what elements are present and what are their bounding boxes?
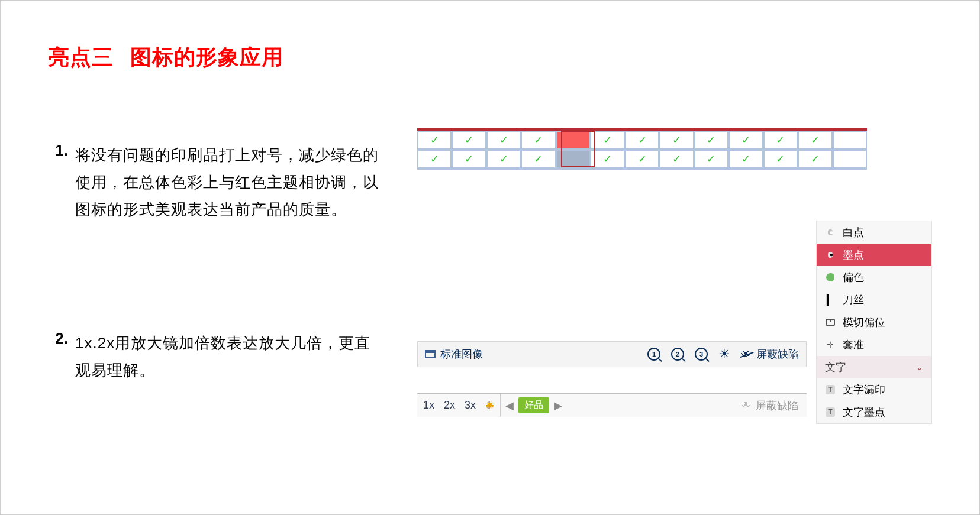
defect-label: 模切偏位 — [843, 315, 885, 329]
grid-cell[interactable]: ✓ — [453, 151, 485, 167]
zoom-2x-button[interactable]: 2 — [671, 348, 684, 361]
checkmark-icon: ✓ — [672, 154, 681, 164]
defect-group-text[interactable]: 文字⌄ — [817, 356, 931, 378]
checkmark-icon: ✓ — [465, 135, 473, 145]
list-text: 1x.2x用放大镜加倍数表达放大几倍，更直观易理解。 — [75, 329, 379, 384]
defect-item-diecut[interactable]: 模切偏位 — [817, 311, 931, 333]
zoom-3x-label[interactable]: 3x — [465, 399, 476, 412]
standard-image-label: 标准图像 — [440, 347, 483, 361]
zoom-2x-label[interactable]: 2x — [444, 399, 455, 412]
grid-cell[interactable]: ✓ — [660, 151, 692, 167]
bullet-list: 1. 将没有问题的印刷品打上对号，减少绿色的使用，在总体色彩上与红色主题相协调，… — [48, 141, 379, 490]
defect-item-dots-black[interactable]: 墨点 — [817, 244, 931, 266]
defect-sub-item[interactable]: T文字墨点 — [817, 401, 931, 423]
grid-cell[interactable]: ✓ — [418, 151, 450, 167]
title-part1: 亮点三 — [48, 45, 114, 69]
zoom-1x-label[interactable]: 1x — [423, 399, 434, 412]
image-toolbar: 标准图像 1 2 3 屏蔽缺陷 — [417, 341, 807, 367]
registration-icon — [824, 338, 837, 351]
good-product-tag[interactable]: 好品 — [518, 397, 549, 413]
legacy-toolbar: 1x 2x 3x ◀ 好品 ▶ 屏蔽缺陷 — [417, 393, 807, 417]
mask-defect-button[interactable]: 屏蔽缺陷 — [741, 347, 799, 361]
grid-cell[interactable] — [834, 151, 866, 167]
grid-cell[interactable]: ✓ — [695, 132, 727, 148]
grid-cell[interactable]: ✓ — [660, 132, 692, 148]
slide-title: 亮点三图标的形象应用 — [48, 43, 932, 72]
grid-cell[interactable]: ✓ — [626, 151, 658, 167]
zoom-1x-button[interactable]: 1 — [647, 348, 660, 361]
prev-arrow-icon[interactable]: ◀ — [501, 399, 518, 412]
defect-item-dots-white[interactable]: 白点 — [817, 221, 931, 244]
eye-slash-icon — [741, 348, 752, 361]
grid-cell[interactable]: ✓ — [522, 151, 554, 167]
grid-cell-error[interactable] — [557, 132, 589, 148]
defect-label: 套准 — [843, 338, 864, 352]
grid-cell[interactable]: ✓ — [488, 151, 520, 167]
checkmark-icon: ✓ — [742, 135, 750, 145]
checkmark-icon: ✓ — [499, 154, 508, 164]
slide: 亮点三图标的形象应用 1. 将没有问题的印刷品打上对号，减少绿色的使用，在总体色… — [0, 0, 980, 515]
window-icon — [425, 350, 436, 358]
defect-label: 偏色 — [843, 270, 864, 284]
grid-cell[interactable]: ✓ — [488, 132, 520, 148]
grid-cell[interactable]: ✓ — [799, 151, 831, 167]
checkmark-icon: ✓ — [430, 154, 439, 164]
defect-item-reg[interactable]: 套准 — [817, 333, 931, 356]
checkmark-icon: ✓ — [811, 135, 820, 145]
grid-cell[interactable]: ✓ — [591, 132, 623, 148]
mask-defect-disabled: 屏蔽缺陷 — [742, 399, 807, 413]
defect-label: 墨点 — [843, 248, 864, 262]
knife-line-icon — [824, 293, 837, 306]
checkmark-icon: ✓ — [603, 135, 612, 145]
list-number: 1. — [48, 141, 75, 223]
grid-cell[interactable]: ✓ — [730, 132, 762, 148]
brightness-icon[interactable] — [718, 346, 730, 362]
checkmark-icon: ✓ — [672, 135, 681, 145]
grid-cell[interactable]: ✓ — [418, 132, 450, 148]
grid-cell[interactable]: ✓ — [730, 151, 762, 167]
grid-cell-error[interactable] — [557, 151, 589, 167]
defect-sub-item[interactable]: T文字漏印 — [817, 378, 931, 401]
grid-cell[interactable]: ✓ — [799, 132, 831, 148]
checkmark-icon: ✓ — [811, 154, 820, 164]
zoom-3x-button[interactable]: 3 — [695, 348, 708, 361]
grid-cell[interactable]: ✓ — [765, 132, 797, 148]
checkmark-icon: ✓ — [534, 135, 543, 145]
title-part2: 图标的形象应用 — [130, 45, 283, 69]
list-number: 2. — [48, 329, 75, 384]
diecut-icon — [824, 316, 837, 329]
grid-cell[interactable] — [834, 132, 866, 148]
group-label: 文字 — [825, 360, 846, 374]
white-dots-icon — [824, 226, 837, 239]
checkmark-icon: ✓ — [707, 154, 715, 164]
eye-icon — [742, 399, 751, 412]
grid-cell[interactable]: ✓ — [453, 132, 485, 148]
grid-cell[interactable]: ✓ — [591, 151, 623, 167]
standard-image-button[interactable]: 标准图像 — [425, 347, 483, 361]
zoom-group: 1x 2x 3x — [417, 394, 501, 417]
defect-label: 刀丝 — [843, 293, 864, 307]
checkmark-icon: ✓ — [742, 154, 750, 164]
checkmark-icon: ✓ — [776, 154, 785, 164]
checkmark-icon: ✓ — [603, 154, 612, 164]
defect-item-knife[interactable]: 刀丝 — [817, 289, 931, 311]
next-arrow-icon[interactable]: ▶ — [549, 399, 567, 412]
grid-cell[interactable]: ✓ — [626, 132, 658, 148]
grid-cell[interactable]: ✓ — [765, 151, 797, 167]
checkmark-icon: ✓ — [534, 154, 543, 164]
chevron-down-icon: ⌄ — [916, 362, 923, 372]
grid-row: ✓✓✓✓✓✓✓✓✓✓✓ — [418, 132, 866, 148]
brightness-icon[interactable] — [485, 399, 494, 412]
defect-item-green[interactable]: 偏色 — [817, 266, 931, 289]
checkmark-icon: ✓ — [465, 154, 473, 164]
grid-cell[interactable]: ✓ — [522, 132, 554, 148]
defect-label: 白点 — [843, 225, 864, 239]
defect-label: 文字墨点 — [843, 405, 885, 419]
mask-defect-label: 屏蔽缺陷 — [756, 347, 799, 361]
defect-label: 文字漏印 — [843, 383, 885, 397]
grid-row: ✓✓✓✓✓✓✓✓✓✓✓ — [418, 151, 866, 167]
checkmark-icon: ✓ — [707, 135, 715, 145]
list-item: 2. 1x.2x用放大镜加倍数表达放大几倍，更直观易理解。 — [48, 329, 379, 384]
grid-cell[interactable]: ✓ — [695, 151, 727, 167]
checkmark-icon: ✓ — [776, 135, 785, 145]
